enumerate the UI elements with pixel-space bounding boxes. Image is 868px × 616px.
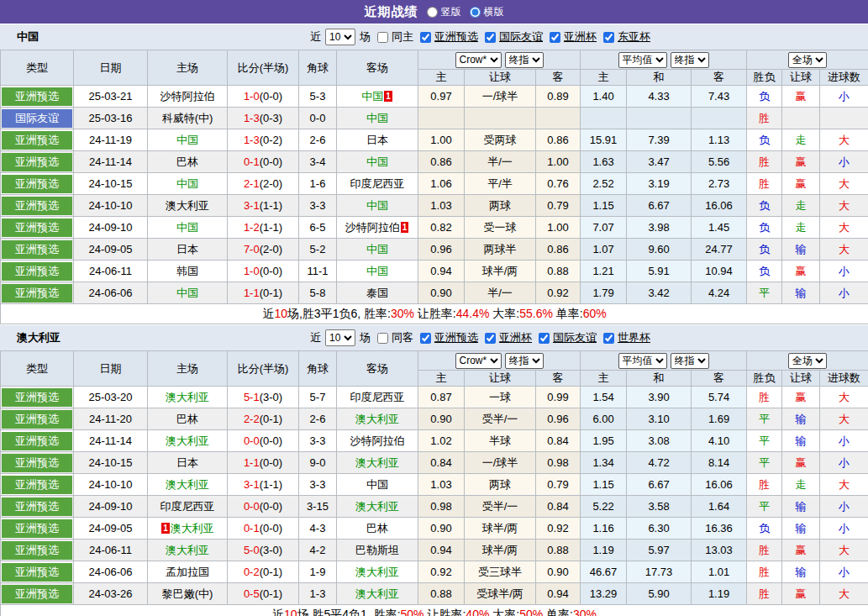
index-type-select[interactable]: 终指 (505, 52, 544, 68)
layout-radio-horizontal-label[interactable]: 横版 (484, 5, 504, 19)
sub-header-7: 让球 (782, 70, 820, 86)
bookmaker-select[interactable]: Crow* (455, 52, 502, 68)
layout-radio-vertical-label[interactable]: 竖版 (441, 5, 461, 19)
sub-header-8: 进球数 (820, 70, 868, 86)
col-header-5: 客场 (337, 50, 418, 86)
avg-home: 1.15 (581, 195, 627, 217)
team-name-text: 印度尼西亚 (350, 391, 405, 403)
home-team: 澳大利亚 (148, 387, 228, 408)
fulltime-score: 0-0 (244, 434, 260, 447)
odds-away: 0.89 (536, 86, 581, 108)
odds-source-header: 全场 (747, 351, 868, 371)
team-name-text: 澳大利亚 (355, 456, 399, 469)
halftime-score: (3-0) (260, 391, 282, 403)
match-date: 24-10-15 (74, 173, 148, 195)
match-date: 25-03-21 (74, 86, 148, 108)
summary-stat-label: 让胜率: (424, 608, 466, 616)
home-team: 澳大利亚 (148, 474, 228, 496)
layout-radio-horizontal[interactable] (470, 7, 481, 18)
league-label-2[interactable]: 亚洲杯 (564, 29, 597, 45)
index-type-select[interactable]: 终指 (505, 353, 544, 369)
team-name-text: 中国 (366, 112, 388, 124)
team-name-text: 中国 (366, 199, 388, 212)
page-title: 近期战绩 (365, 4, 418, 20)
fulltime-score: 3-1 (244, 199, 260, 212)
same-venue-checkbox[interactable] (377, 333, 388, 344)
result-goals (820, 108, 868, 129)
summary-stat-value: 10 (284, 608, 297, 616)
score-cell: 0-5(0-1) (228, 583, 299, 605)
avg-away: 5.56 (692, 151, 747, 173)
odds-away: 0.79 (536, 474, 581, 496)
match-count-select[interactable]: 10 (325, 29, 355, 45)
odds-handicap: 受三球半 (465, 561, 536, 583)
league-checkbox-0[interactable] (420, 333, 431, 344)
halftime-score: (0-0) (260, 155, 282, 168)
match-row: 亚洲预选24-11-19中国1-3(0-2)2-6日本1.00受两球0.8615… (1, 129, 868, 151)
match-type-badge: 亚洲预选 (2, 131, 72, 150)
corner-score: 4-2 (299, 540, 337, 561)
avg-draw: 3.90 (627, 387, 692, 408)
odds-handicap: 受两球 (465, 129, 536, 151)
col-header-0: 类型 (1, 50, 74, 86)
league-label-3[interactable]: 世界杯 (618, 330, 650, 345)
match-count-select[interactable]: 10 (325, 329, 355, 346)
matches-label: 场 (360, 29, 371, 45)
league-checkbox-1[interactable] (485, 32, 496, 43)
fulltime-score: 1-0 (244, 90, 260, 103)
result-goals: 大 (820, 540, 868, 561)
odds-handicap: 平/半 (465, 173, 536, 195)
avg-away: 8.14 (692, 452, 747, 474)
average-select[interactable]: 平均值 (618, 52, 667, 68)
result-goals: 大 (820, 474, 868, 496)
average-select[interactable]: 平均值 (618, 353, 667, 369)
league-label-1[interactable]: 国际友谊 (499, 29, 543, 45)
league-checkbox-2[interactable] (550, 32, 560, 43)
home-team: 澳大利亚 (148, 430, 228, 452)
league-checkbox-1[interactable] (485, 333, 496, 344)
league-checkbox-3[interactable] (603, 32, 614, 43)
col-header-1: 日期 (74, 351, 148, 387)
league-checkbox-2[interactable] (539, 333, 550, 344)
period-select[interactable]: 全场 (788, 52, 827, 68)
team-name-text: 沙特阿拉伯 (350, 434, 405, 447)
halftime-score: (0-2) (260, 134, 282, 146)
league-checkbox-3[interactable] (603, 333, 614, 344)
avg-away: 1.45 (692, 217, 747, 239)
home-team: 中国 (148, 129, 228, 151)
odds-home: 0.92 (418, 561, 465, 583)
home-team: 韩国 (148, 261, 228, 282)
index-type-select-2[interactable]: 终指 (671, 52, 709, 68)
match-type-badge: 亚洲预选 (2, 175, 72, 193)
odds-home: 0.82 (418, 217, 465, 239)
fulltime-score: 3-1 (244, 478, 260, 491)
league-checkbox-0[interactable] (420, 32, 431, 43)
match-date: 24-03-26 (74, 583, 148, 605)
summary-stat-value: 44.4% (456, 307, 490, 320)
period-select[interactable]: 全场 (788, 353, 827, 369)
result-handicap: 输 (782, 430, 820, 452)
layout-radio-vertical[interactable] (427, 7, 438, 18)
avg-home: 1.15 (581, 474, 627, 496)
league-label-0[interactable]: 亚洲预选 (434, 330, 478, 345)
score-cell: 2-2(0-1) (228, 408, 299, 430)
league-label-1[interactable]: 亚洲杯 (499, 330, 532, 345)
team-name-text: 沙特阿拉伯 (345, 221, 400, 234)
corner-score: 2-6 (299, 408, 337, 430)
score-cell: 1-3(0-2) (228, 129, 299, 151)
league-label-2[interactable]: 国际友谊 (553, 330, 597, 345)
same-venue-checkbox[interactable] (377, 32, 388, 43)
odds-away: 0.92 (536, 282, 581, 304)
league-label-0[interactable]: 亚洲预选 (434, 29, 478, 45)
summary-stat-value: 50% (519, 608, 543, 616)
summary-stat-value: 30% (573, 608, 597, 616)
league-label-3[interactable]: 东亚杯 (618, 29, 650, 45)
avg-home: 6.00 (581, 408, 627, 430)
match-type-badge: 国际友谊 (2, 109, 72, 128)
result-handicap: 赢 (782, 261, 820, 282)
team-name-text: 中国 (366, 265, 388, 277)
fulltime-score: 7-0 (244, 243, 260, 255)
index-type-select-2[interactable]: 终指 (671, 353, 709, 369)
result-winlose: 平 (747, 430, 782, 452)
bookmaker-select[interactable]: Crow* (455, 353, 502, 369)
